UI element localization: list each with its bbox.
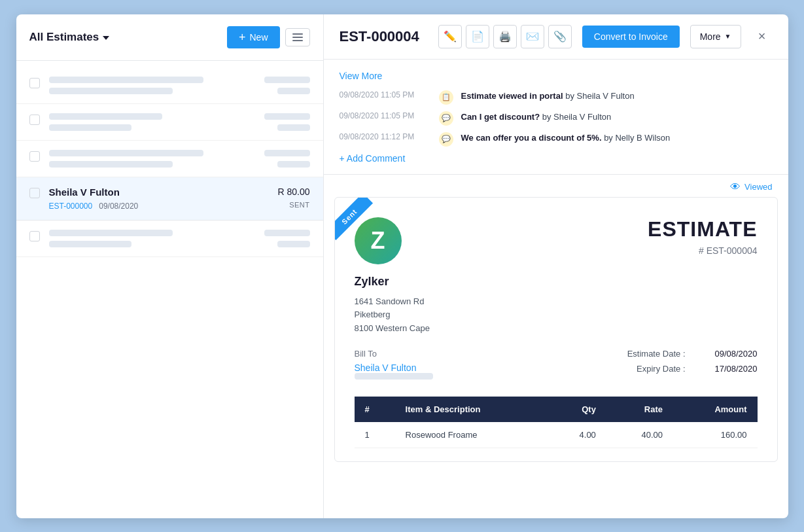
list-item[interactable] <box>16 141 323 177</box>
dates-section: Estimate Date : 09/08/2020 Expiry Date :… <box>614 349 758 383</box>
activity-main-text: Estimate viewed in portal <box>461 91 563 101</box>
row-description: Rosewood Froame <box>395 422 548 448</box>
convert-to-invoice-button[interactable]: Convert to Invoice <box>582 26 680 48</box>
ph-line <box>49 230 173 236</box>
list-item-active[interactable]: Sheila V Fulton EST-000000 09/08/2020 R … <box>16 177 323 221</box>
activity-timestamp: 09/08/2020 11:05 PM <box>340 111 431 120</box>
items-table: # Item & Description Qty Rate Amount 1 <box>355 397 758 448</box>
plus-icon: + <box>239 31 246 43</box>
title-text: All Estimates <box>29 31 99 44</box>
ph-line <box>49 161 173 168</box>
ph-line <box>277 161 310 168</box>
checkbox[interactable] <box>29 78 40 88</box>
checkbox[interactable] <box>29 231 40 241</box>
ph-line <box>49 150 203 156</box>
activity-item: 09/08/2020 11:05 PM 📋 Estimate viewed in… <box>340 90 773 105</box>
list-item-name: Sheila V Fulton <box>49 186 269 198</box>
estimates-list: Sheila V Fulton EST-000000 09/08/2020 R … <box>16 61 323 518</box>
mail-button[interactable]: ✉️ <box>521 25 544 48</box>
checkbox[interactable] <box>29 188 40 198</box>
activity-item: 09/08/2020 11:05 PM 💬 Can I get discount… <box>340 111 773 126</box>
amount-value: R 80.00 <box>277 186 309 197</box>
estimate-date-label: Estimate Date : <box>614 349 686 359</box>
table-row: 1 Rosewood Froame 4.00 40.00 160.00 <box>355 422 758 448</box>
menu-button[interactable] <box>285 28 310 46</box>
right-panel: EST-000004 ✏️ 📄 🖨️ ✉️ 📎 Convert to Invoi… <box>324 14 788 518</box>
activity-timestamp: 09/08/2020 11:05 PM <box>340 90 431 99</box>
list-item-meta: EST-000000 09/08/2020 <box>49 202 269 211</box>
list-item[interactable] <box>16 67 323 104</box>
activity-item: 09/08/2020 11:12 PM 💬 We can offer you a… <box>340 132 773 147</box>
estimates-title[interactable]: All Estimates <box>29 31 110 44</box>
sent-ribbon: Sent <box>335 198 387 250</box>
hamburger-icon <box>292 33 303 41</box>
list-item[interactable] <box>16 104 323 141</box>
ph-line <box>277 241 310 247</box>
activity-icon: 📋 <box>439 90 453 105</box>
activity-text: Estimate viewed in portal by Sheila V Fu… <box>461 90 635 102</box>
col-qty: Qty <box>547 397 606 422</box>
ph-line <box>264 113 310 120</box>
expiry-date-row: Expiry Date : 17/08/2020 <box>614 364 758 374</box>
viewed-label: Viewed <box>744 182 772 192</box>
ph-line <box>49 241 131 247</box>
address-line1: 1641 Sandown Rd <box>355 295 430 309</box>
estimate-date-value: 09/08/2020 <box>699 349 758 359</box>
list-item[interactable] <box>16 221 323 257</box>
row-amount: 160.00 <box>673 422 757 448</box>
toolbar-icons: ✏️ 📄 🖨️ ✉️ 📎 <box>438 25 572 48</box>
company-address: 1641 Sandown Rd Piketberg 8100 Western C… <box>355 295 430 336</box>
activity-text: We can offer you a discount of 5%. by Ne… <box>461 132 671 144</box>
ph-amount <box>264 230 310 247</box>
checkbox[interactable] <box>29 151 40 162</box>
sent-ribbon-text: Sent <box>335 198 373 240</box>
list-item-amount: R 80.00 SENT <box>277 186 309 209</box>
ph-line <box>49 124 131 131</box>
activity-author: by Sheila V Fulton <box>565 91 635 101</box>
checkbox[interactable] <box>29 115 40 125</box>
estimate-id: EST-000000 <box>49 202 93 211</box>
bill-to-name[interactable]: Sheila V Fulton <box>355 363 433 373</box>
ph-line <box>277 124 310 131</box>
activity-author: by Nelly B Wilson <box>604 133 670 143</box>
table-header-row: # Item & Description Qty Rate Amount <box>355 397 758 422</box>
close-button[interactable]: × <box>752 26 773 47</box>
document-card: Sent Z Zylker 1641 Sandown Rd Piketberg … <box>334 197 778 462</box>
activity-timestamp: 09/08/2020 11:12 PM <box>340 132 431 141</box>
add-comment-button[interactable]: + Add Comment <box>340 153 773 164</box>
address-line3: 8100 Western Cape <box>355 322 430 336</box>
col-amount: Amount <box>673 397 757 422</box>
attachment-button[interactable]: 📎 <box>548 25 572 48</box>
view-more-link[interactable]: View More <box>340 71 383 81</box>
estimate-date: 09/08/2020 <box>99 202 138 211</box>
doc-body: Bill To Sheila V Fulton Estimate Date : … <box>335 349 777 461</box>
status-badge: SENT <box>289 201 309 209</box>
placeholder-content <box>49 77 255 94</box>
ph-amount <box>264 77 310 94</box>
activity-main-text: We can offer you a discount of 5%. <box>461 133 602 143</box>
right-header: EST-000004 ✏️ 📄 🖨️ ✉️ 📎 Convert to Invoi… <box>324 14 788 60</box>
edit-button[interactable]: ✏️ <box>438 25 462 48</box>
bill-to-label: Bill To <box>355 349 433 359</box>
new-label: New <box>249 32 268 43</box>
left-panel: All Estimates + New <box>16 14 324 518</box>
placeholder-content <box>49 150 255 168</box>
document-section: 👁 Viewed Sent Z Zylker 1641 Sa <box>324 175 788 518</box>
bill-to-section: Bill To Sheila V Fulton Estimate Date : … <box>355 349 758 383</box>
more-button[interactable]: More ▼ <box>690 25 741 48</box>
placeholder-content <box>49 230 255 247</box>
viewed-badge: 👁 Viewed <box>324 175 788 197</box>
document-button[interactable]: 📄 <box>466 25 489 48</box>
more-chevron-icon: ▼ <box>725 33 731 40</box>
ph-line <box>277 88 310 94</box>
row-rate: 40.00 <box>606 422 673 448</box>
company-name: Zylker <box>355 275 430 289</box>
eye-icon: 👁 <box>730 181 741 193</box>
print-button[interactable]: 🖨️ <box>493 25 517 48</box>
col-rate: Rate <box>606 397 673 422</box>
ph-line <box>264 230 310 236</box>
new-button[interactable]: + New <box>227 26 280 48</box>
activity-text: Can I get discount? by Sheila V Fulton <box>461 111 612 123</box>
address-line2: Piketberg <box>355 308 430 322</box>
doc-number: # EST-000004 <box>648 245 757 256</box>
